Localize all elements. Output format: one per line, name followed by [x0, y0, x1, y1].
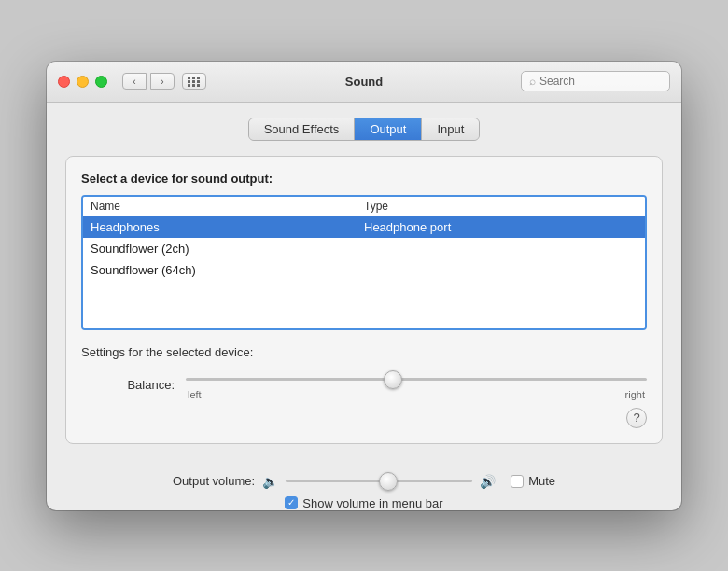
volume-slider-thumb[interactable] — [379, 472, 398, 491]
balance-slider-line — [186, 378, 647, 381]
menubar-row: ✓ Show volume in menu bar — [285, 496, 442, 510]
close-button[interactable] — [58, 76, 70, 88]
search-icon: ⌕ — [529, 75, 536, 88]
output-volume-label: Output volume: — [173, 474, 255, 488]
help-button[interactable]: ? — [626, 408, 647, 428]
balance-slider-labels: left right — [186, 389, 647, 400]
volume-row: Output volume: 🔈 🔊 Mute — [65, 472, 663, 491]
grid-icon — [188, 77, 201, 87]
device-type — [364, 242, 637, 256]
device-row-headphones[interactable]: Headphones Headphone port — [83, 216, 645, 238]
tabs-row: Sound Effects Output Input — [65, 118, 663, 141]
search-input[interactable] — [539, 75, 662, 88]
device-name: Headphones — [91, 220, 364, 234]
mute-label: Mute — [528, 474, 555, 488]
maximize-button[interactable] — [95, 76, 107, 88]
back-icon: ‹ — [133, 77, 135, 87]
tab-input[interactable]: Input — [422, 118, 479, 140]
mute-checkbox[interactable] — [511, 475, 524, 488]
help-icon: ? — [633, 411, 639, 425]
forward-button[interactable]: › — [150, 73, 175, 90]
volume-slider-wrap[interactable] — [286, 472, 472, 491]
device-list: Name Type Headphones Headphone port Soun… — [81, 195, 647, 330]
tab-group: Sound Effects Output Input — [248, 118, 481, 141]
volume-high-icon: 🔊 — [480, 474, 496, 489]
device-row-soundflower-64ch[interactable]: Soundflower (64ch) — [83, 259, 645, 281]
volume-slider-line — [286, 480, 472, 482]
balance-slider-thumb[interactable] — [384, 370, 402, 389]
minimize-button[interactable] — [77, 76, 89, 88]
nav-buttons: ‹ › — [122, 73, 175, 90]
checkmark-icon: ✓ — [287, 498, 295, 508]
balance-left-label: left — [188, 389, 202, 400]
device-list-header: Name Type — [83, 197, 645, 216]
window-body: Sound Effects Output Input Select a devi… — [47, 103, 681, 463]
forward-icon: › — [161, 77, 163, 87]
main-window: ‹ › Sound ⌕ Sound Effects Output Inpu — [47, 62, 681, 510]
show-volume-checkbox[interactable]: ✓ — [285, 496, 298, 509]
device-name: Soundflower (2ch) — [91, 242, 364, 256]
traffic-lights — [58, 76, 107, 88]
volume-low-icon: 🔈 — [262, 474, 278, 489]
balance-right-label: right — [625, 389, 645, 400]
balance-slider-track[interactable] — [186, 370, 647, 389]
balance-slider-wrap: left right — [186, 370, 647, 400]
settings-label: Settings for the selected device: — [81, 345, 647, 359]
tab-sound-effects[interactable]: Sound Effects — [249, 118, 356, 140]
device-row-soundflower-2ch[interactable]: Soundflower (2ch) — [83, 238, 645, 259]
titlebar: ‹ › Sound ⌕ — [47, 62, 681, 103]
device-name: Soundflower (64ch) — [91, 263, 364, 277]
show-volume-label: Show volume in menu bar — [302, 496, 442, 510]
bottom-bar: Output volume: 🔈 🔊 Mute ✓ Show volume in… — [47, 463, 681, 510]
device-list-body: Headphones Headphone port Soundflower (2… — [83, 216, 645, 328]
grid-button[interactable] — [182, 73, 206, 90]
balance-label: Balance: — [119, 378, 175, 392]
section-title: Select a device for sound output: — [81, 172, 647, 186]
balance-row: Balance: left right — [81, 370, 647, 400]
content-panel: Select a device for sound output: Name T… — [65, 156, 663, 444]
col-name-header: Name — [91, 200, 364, 213]
window-title: Sound — [345, 75, 383, 89]
tab-output[interactable]: Output — [355, 118, 422, 140]
mute-row: Mute — [511, 474, 555, 488]
help-btn-row: ? — [81, 408, 647, 428]
device-type — [364, 263, 637, 277]
col-type-header: Type — [364, 200, 637, 213]
search-box[interactable]: ⌕ — [521, 71, 670, 91]
device-type: Headphone port — [364, 220, 637, 234]
back-button[interactable]: ‹ — [122, 73, 147, 90]
